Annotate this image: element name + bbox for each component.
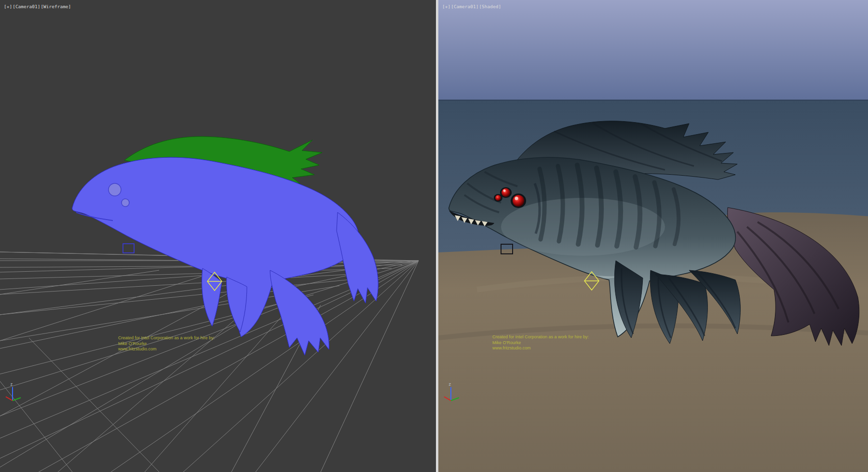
viewport-split-container: [+][Camera01][Wireframe] bbox=[0, 0, 868, 472]
viewport-menu-button[interactable]: [+] bbox=[4, 4, 12, 9]
viewport-label: [+][Camera01][Wireframe] bbox=[4, 4, 71, 9]
viewport-camera-menu[interactable]: [Camera01] bbox=[13, 4, 40, 9]
watermark-text: Created for Intel Corporation as a work … bbox=[118, 335, 215, 352]
wireframe-canvas bbox=[0, 0, 436, 472]
shaded-canvas bbox=[438, 0, 868, 472]
viewport-camera-menu[interactable]: [Camera01] bbox=[451, 4, 478, 9]
viewport-shaded[interactable]: [+][Camera01][Shaded] bbox=[438, 0, 868, 472]
viewport-menu-button[interactable]: [+] bbox=[442, 4, 450, 9]
viewport-wireframe[interactable]: [+][Camera01][Wireframe] bbox=[0, 0, 436, 472]
viewport-shading-menu[interactable]: [Shaded] bbox=[479, 4, 501, 9]
svg-text:z: z bbox=[448, 382, 451, 387]
watermark-text: Created for Intel Corporation as a work … bbox=[492, 334, 589, 351]
viewport-label: [+][Camera01][Shaded] bbox=[442, 4, 502, 9]
svg-text:z: z bbox=[10, 382, 13, 387]
viewport-shading-menu[interactable]: [Wireframe] bbox=[41, 4, 71, 9]
world-axis-icon: z bbox=[5, 381, 26, 404]
box-helper-gizmo[interactable] bbox=[123, 244, 134, 253]
world-axis-icon: z bbox=[443, 381, 464, 404]
fish-model-wireframe[interactable] bbox=[72, 137, 378, 355]
